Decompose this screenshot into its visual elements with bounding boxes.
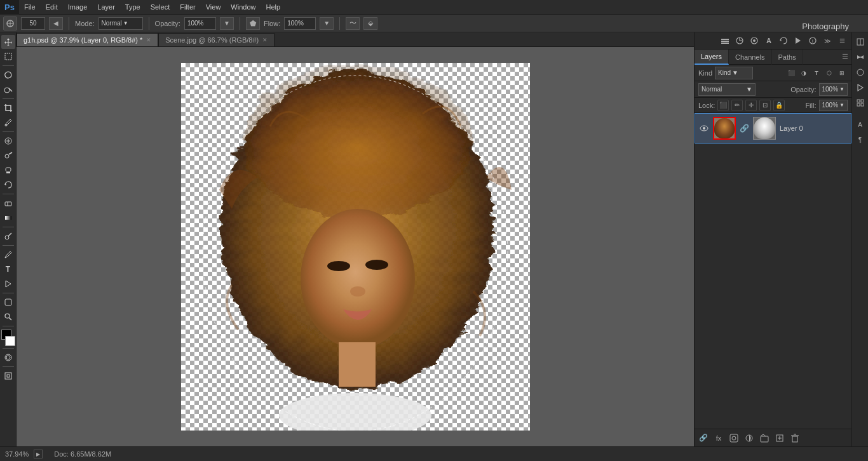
kind-icon-type[interactable]: T bbox=[811, 67, 822, 79]
brush-tool-options[interactable] bbox=[3, 17, 17, 30]
mode-dropdown[interactable]: Normal ▼ bbox=[98, 17, 143, 30]
tool-text[interactable]: T bbox=[1, 262, 15, 276]
tool-quick-select[interactable] bbox=[1, 83, 15, 97]
svg-text:i: i bbox=[812, 38, 813, 44]
airbrush-toggle[interactable]: ⬟ bbox=[246, 17, 260, 30]
menu-layer[interactable]: Layer bbox=[92, 0, 120, 15]
layer-visibility-eye[interactable] bbox=[699, 123, 709, 133]
panel-icon-history[interactable] bbox=[776, 34, 790, 48]
menu-image[interactable]: Image bbox=[63, 0, 93, 15]
panel-icon-layers[interactable] bbox=[718, 34, 732, 48]
new-layer-btn[interactable] bbox=[773, 432, 786, 444]
tool-move[interactable] bbox=[1, 35, 15, 49]
kind-icon-smart[interactable]: ⊞ bbox=[836, 67, 848, 79]
lock-brush[interactable]: ✏ bbox=[731, 100, 743, 111]
layer-item-0[interactable]: 🔗 Layer 0 bbox=[695, 113, 851, 144]
tool-path-select[interactable] bbox=[1, 277, 15, 291]
tool-brush[interactable] bbox=[1, 149, 15, 163]
svg-rect-50 bbox=[792, 436, 797, 442]
tool-zoom[interactable] bbox=[1, 310, 15, 324]
menu-select[interactable]: Select bbox=[146, 0, 175, 15]
tool-marquee[interactable] bbox=[1, 50, 15, 63]
svg-rect-34 bbox=[721, 41, 729, 42]
menu-view[interactable]: View bbox=[201, 0, 226, 15]
tab-scene-close[interactable]: ✕ bbox=[262, 37, 268, 43]
lock-label: Lock: bbox=[698, 102, 715, 109]
flow-input[interactable]: 100% bbox=[284, 17, 316, 30]
layers-tab-paths[interactable]: Paths bbox=[772, 50, 803, 65]
kind-dropdown[interactable]: Kind ▼ bbox=[715, 67, 753, 79]
lock-position[interactable]: ✛ bbox=[745, 100, 757, 111]
tool-spot-heal[interactable] bbox=[1, 134, 15, 148]
far-right-icon-2[interactable] bbox=[853, 50, 867, 64]
mode-label: Mode: bbox=[75, 20, 95, 27]
layer-link-icon[interactable]: 🔗 bbox=[740, 124, 749, 133]
menu-filter[interactable]: Filter bbox=[175, 0, 200, 15]
tool-quick-mask[interactable] bbox=[1, 351, 15, 364]
tool-gradient[interactable] bbox=[1, 211, 15, 225]
panel-icon-info[interactable]: i bbox=[806, 34, 820, 48]
panel-icon-actions[interactable] bbox=[791, 34, 805, 48]
fill-value[interactable]: 100% ▼ bbox=[819, 100, 848, 111]
svg-line-19 bbox=[9, 318, 11, 321]
panel-icon-adjust[interactable] bbox=[733, 34, 747, 48]
opacity-value[interactable]: 100% ▼ bbox=[819, 83, 848, 96]
workspace-label[interactable]: Photography bbox=[802, 22, 849, 31]
delete-layer-btn[interactable] bbox=[789, 432, 801, 444]
tool-shape[interactable] bbox=[1, 295, 15, 309]
brush-size-down[interactable]: ◀ bbox=[49, 17, 63, 30]
menu-file[interactable]: File bbox=[19, 0, 41, 15]
panel-menu[interactable]: ☰ bbox=[835, 34, 849, 48]
flow-dropdown-btn[interactable]: ▼ bbox=[320, 17, 334, 30]
status-info-toggle[interactable]: ▶ bbox=[34, 450, 43, 458]
opacity-input[interactable]: 100% bbox=[184, 17, 216, 30]
kind-icon-pixel[interactable]: ⬛ bbox=[785, 67, 797, 79]
lock-transparency[interactable]: ⬛ bbox=[717, 100, 729, 111]
pressure-btn[interactable]: ⬙ bbox=[363, 17, 377, 30]
menu-help[interactable]: Help bbox=[261, 0, 285, 15]
opacity-dropdown-btn[interactable]: ▼ bbox=[220, 17, 234, 30]
tool-lasso[interactable] bbox=[1, 68, 15, 82]
tool-screen-mode[interactable] bbox=[1, 369, 15, 383]
new-fill-btn[interactable] bbox=[743, 432, 756, 444]
tool-crop[interactable] bbox=[1, 101, 15, 115]
smoothing-btn[interactable]: 〜 bbox=[346, 17, 360, 30]
tool-eraser[interactable] bbox=[1, 196, 15, 210]
menu-type[interactable]: Type bbox=[120, 0, 146, 15]
tool-eyedropper[interactable] bbox=[1, 116, 15, 130]
layers-tab-layers[interactable]: Layers bbox=[695, 50, 729, 65]
panel-icon-style[interactable] bbox=[747, 34, 761, 48]
far-right-icon-6[interactable]: A bbox=[853, 117, 867, 131]
tab-g1h[interactable]: g1h.psd @ 37.9% (Layer 0, RGB/8#) * ✕ bbox=[17, 33, 158, 46]
tab-scene[interactable]: Scene.jpg @ 66.7% (RGB/8#) ✕ bbox=[158, 33, 275, 46]
fx-btn[interactable]: fx bbox=[712, 432, 725, 444]
kind-icon-adjust[interactable]: ◑ bbox=[798, 67, 810, 79]
menu-edit[interactable]: Edit bbox=[41, 0, 63, 15]
svg-point-26 bbox=[301, 209, 415, 349]
far-right-icon-3[interactable] bbox=[853, 65, 867, 79]
link-layers-btn[interactable]: 🔗 bbox=[697, 432, 710, 444]
brush-size-input[interactable]: 50 bbox=[21, 17, 45, 30]
far-right-icon-7[interactable]: ¶ bbox=[853, 133, 867, 147]
tool-history-brush[interactable] bbox=[1, 178, 15, 192]
opacity-label: Opacity: bbox=[155, 20, 180, 27]
new-mask-btn[interactable] bbox=[728, 432, 740, 444]
blend-mode-dropdown[interactable]: Normal ▼ bbox=[698, 83, 756, 96]
layers-panel-menu[interactable]: ☰ bbox=[839, 50, 851, 65]
new-group-btn[interactable] bbox=[758, 432, 771, 444]
tab-g1h-close[interactable]: ✕ bbox=[146, 37, 151, 43]
tool-dodge[interactable] bbox=[1, 229, 15, 243]
far-right-icon-5[interactable] bbox=[853, 96, 867, 110]
tool-stamp[interactable] bbox=[1, 163, 15, 177]
far-right-icon-4[interactable] bbox=[853, 81, 867, 95]
kind-icon-shape[interactable]: ⬡ bbox=[824, 67, 835, 79]
menu-window[interactable]: Window bbox=[226, 0, 261, 15]
layers-tab-channels[interactable]: Channels bbox=[729, 50, 771, 65]
color-swatches[interactable] bbox=[1, 330, 15, 346]
far-right-icon-1[interactable] bbox=[853, 35, 867, 49]
lock-artboard[interactable]: ⊡ bbox=[759, 100, 771, 111]
panel-expand[interactable]: ≫ bbox=[820, 34, 834, 48]
tool-pen[interactable] bbox=[1, 248, 15, 262]
lock-all[interactable]: 🔒 bbox=[773, 100, 785, 111]
panel-icon-text[interactable]: A bbox=[762, 34, 776, 48]
